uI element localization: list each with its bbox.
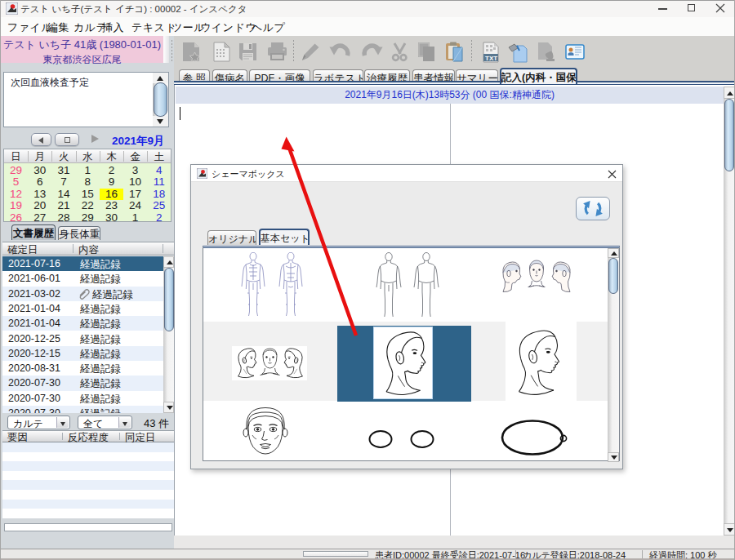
svg-text:TXT: TXT [485,55,497,62]
